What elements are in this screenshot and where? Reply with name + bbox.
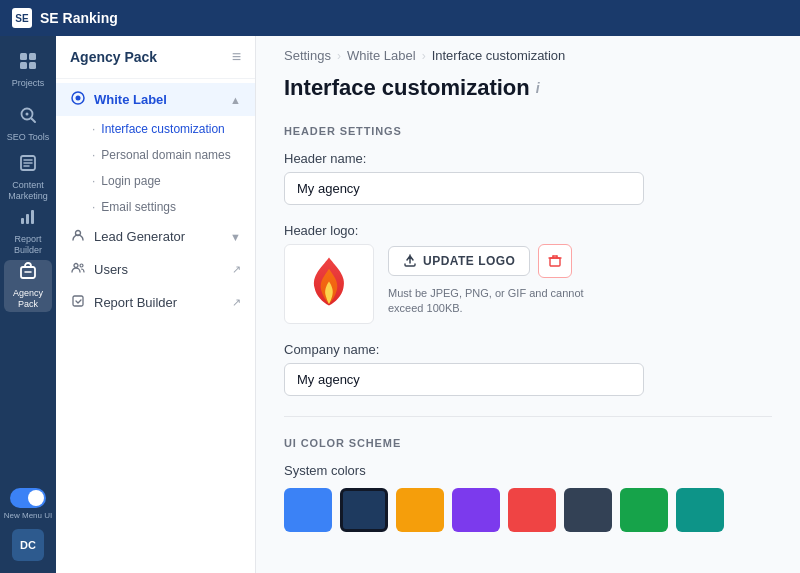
sidebar-item-agency-pack[interactable]: Agency Pack [4, 260, 52, 312]
svg-line-5 [32, 118, 36, 122]
nav-sub-email-settings[interactable]: Email settings [56, 194, 255, 220]
logo-preview [284, 244, 374, 324]
projects-icon [19, 52, 37, 75]
left-nav: Agency Pack ≡ White Label ▲ Interface cu… [56, 36, 256, 573]
top-bar: SE SE Ranking [0, 0, 800, 36]
color-swatch-dark-slate[interactable] [564, 488, 612, 532]
nav-sub-login-page[interactable]: Login page [56, 168, 255, 194]
sidebar-item-report-builder[interactable]: Report Builder [4, 206, 52, 258]
sidebar-item-agency-label: Agency Pack [4, 288, 52, 310]
svg-rect-21 [73, 296, 83, 306]
breadcrumb-white-label[interactable]: White Label [347, 48, 416, 63]
svg-rect-22 [550, 258, 560, 266]
logo-buttons: UPDATE LOGO [388, 244, 588, 278]
color-swatch-orange[interactable] [396, 488, 444, 532]
sidebar-item-content-marketing[interactable]: Content Marketing [4, 152, 52, 204]
personal-domain-label: Personal domain names [101, 148, 230, 162]
breadcrumb: Settings › White Label › Interface custo… [256, 36, 800, 75]
nav-item-lead-generator[interactable]: Lead Generator ▼ [56, 220, 255, 253]
main-layout: Projects SEO Tools Content [0, 36, 800, 573]
color-swatches [284, 488, 772, 532]
new-menu-toggle-container: New Menu UI [4, 488, 52, 521]
nav-sub-personal-domain[interactable]: Personal domain names [56, 142, 255, 168]
menu-icon[interactable]: ≡ [232, 48, 241, 66]
left-nav-header: Agency Pack ≡ [56, 36, 255, 79]
logo-hint: Must be JPEG, PNG, or GIF and cannot exc… [388, 286, 588, 317]
svg-rect-13 [31, 210, 34, 224]
sidebar-item-projects[interactable]: Projects [4, 44, 52, 96]
nav-section: White Label ▲ Interface customization Pe… [56, 79, 255, 323]
seo-tools-icon [19, 106, 37, 129]
lead-generator-nav-label: Lead Generator [94, 229, 185, 244]
white-label-nav-label: White Label [94, 92, 167, 107]
svg-point-19 [74, 264, 78, 268]
breadcrumb-interface-customization: Interface customization [432, 48, 566, 63]
header-logo-group: Header logo: [284, 223, 772, 324]
lead-generator-chevron: ▼ [230, 231, 241, 243]
users-arrow: ↗ [232, 263, 241, 276]
svg-point-6 [26, 112, 29, 115]
icon-sidebar: Projects SEO Tools Content [0, 36, 56, 573]
delete-logo-button[interactable] [538, 244, 572, 278]
email-settings-label: Email settings [101, 200, 176, 214]
svg-rect-0 [20, 53, 27, 60]
users-nav-label: Users [94, 262, 128, 277]
update-logo-button[interactable]: UPDATE LOGO [388, 246, 530, 276]
nav-sub-interface-customization[interactable]: Interface customization [56, 116, 255, 142]
header-settings-label: HEADER SETTINGS [284, 125, 772, 137]
color-swatch-red[interactable] [508, 488, 556, 532]
logo-area: UPDATE LOGO [284, 244, 772, 324]
company-name-input[interactable] [284, 363, 644, 396]
section-divider [284, 416, 772, 417]
users-icon [70, 261, 86, 278]
new-menu-toggle[interactable] [10, 488, 46, 508]
sidebar-item-seo-label: SEO Tools [7, 132, 49, 143]
app-logo: SE [12, 8, 32, 28]
white-label-icon [70, 91, 86, 108]
report-builder-icon [19, 208, 37, 231]
nav-item-users[interactable]: Users ↗ [56, 253, 255, 286]
white-label-chevron: ▲ [230, 94, 241, 106]
agency-pack-icon [19, 262, 37, 285]
app-title: SE Ranking [40, 10, 118, 26]
header-name-label: Header name: [284, 151, 772, 166]
color-section: System colors [284, 463, 772, 532]
svg-rect-2 [20, 62, 27, 69]
nav-item-white-label[interactable]: White Label ▲ [56, 83, 255, 116]
user-avatar[interactable]: DC [12, 529, 44, 561]
color-swatch-purple[interactable] [452, 488, 500, 532]
color-swatch-blue[interactable] [284, 488, 332, 532]
sidebar-item-projects-label: Projects [12, 78, 45, 89]
sidebar-item-seo-tools[interactable]: SEO Tools [4, 98, 52, 150]
content-marketing-icon [19, 154, 37, 177]
breadcrumb-settings[interactable]: Settings [284, 48, 331, 63]
page-title: Interface customization i [284, 75, 772, 101]
nav-item-report-builder-left[interactable]: Report Builder ↗ [56, 286, 255, 319]
svg-rect-12 [26, 214, 29, 224]
update-logo-label: UPDATE LOGO [423, 254, 515, 268]
breadcrumb-sep-1: › [337, 49, 341, 63]
system-colors-title: System colors [284, 463, 772, 478]
header-name-input[interactable] [284, 172, 644, 205]
left-nav-title: Agency Pack [70, 49, 157, 65]
lead-generator-icon [70, 228, 86, 245]
sidebar-item-content-label: Content Marketing [4, 180, 52, 202]
company-name-label: Company name: [284, 342, 772, 357]
report-builder-arrow: ↗ [232, 296, 241, 309]
page-title-info: i [536, 80, 540, 96]
sidebar-bottom: New Menu UI DC [4, 488, 52, 573]
svg-rect-11 [21, 218, 24, 224]
company-name-group: Company name: [284, 342, 772, 396]
color-swatch-navy[interactable] [340, 488, 388, 532]
login-page-label: Login page [101, 174, 160, 188]
sidebar-item-report-label: Report Builder [4, 234, 52, 256]
header-logo-label: Header logo: [284, 223, 772, 238]
report-builder-left-label: Report Builder [94, 295, 177, 310]
main-content: Settings › White Label › Interface custo… [256, 36, 800, 573]
svg-rect-3 [29, 62, 36, 69]
ui-color-scheme-label: UI COLOR SCHEME [284, 437, 772, 449]
color-swatch-teal[interactable] [676, 488, 724, 532]
logo-actions: UPDATE LOGO [388, 244, 588, 317]
color-swatch-green[interactable] [620, 488, 668, 532]
logo-text: SE [15, 13, 28, 24]
